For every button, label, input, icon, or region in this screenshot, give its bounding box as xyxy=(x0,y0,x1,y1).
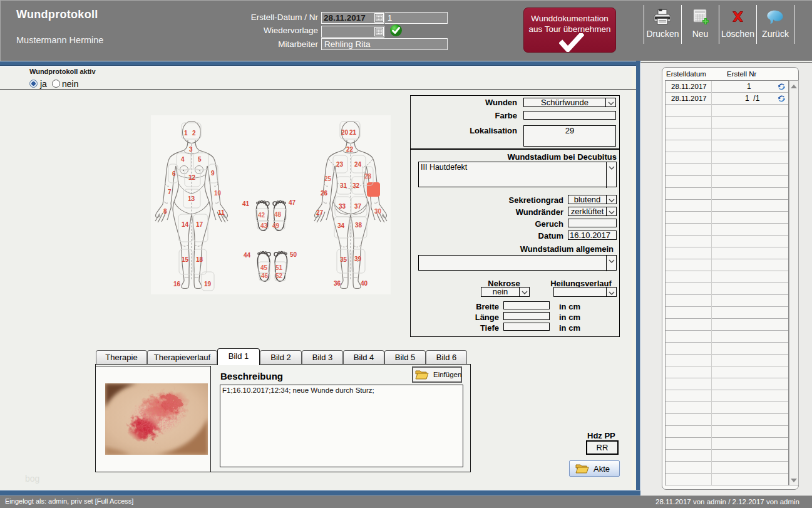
svg-text:46: 46 xyxy=(261,272,269,279)
svg-text:37: 37 xyxy=(354,203,362,210)
svg-text:10: 10 xyxy=(214,190,222,197)
svg-text:39: 39 xyxy=(354,256,362,262)
svg-text:24: 24 xyxy=(354,161,362,168)
svg-text:8: 8 xyxy=(163,208,167,215)
svg-text:33: 33 xyxy=(339,203,346,210)
svg-text:38: 38 xyxy=(355,222,362,229)
svg-text:44: 44 xyxy=(244,252,251,259)
svg-text:32: 32 xyxy=(352,182,360,189)
svg-text:22: 22 xyxy=(346,146,354,153)
svg-text:43: 43 xyxy=(260,222,268,229)
svg-text:6: 6 xyxy=(172,170,176,177)
svg-text:1: 1 xyxy=(184,130,188,137)
svg-text:18: 18 xyxy=(196,256,203,263)
svg-text:7: 7 xyxy=(168,189,172,195)
svg-text:28: 28 xyxy=(364,173,372,180)
svg-text:40: 40 xyxy=(361,280,368,287)
svg-text:34: 34 xyxy=(337,222,345,229)
svg-text:48: 48 xyxy=(274,211,282,218)
svg-text:35: 35 xyxy=(340,256,347,263)
svg-text:27: 27 xyxy=(316,209,324,216)
svg-text:51: 51 xyxy=(275,264,283,271)
svg-text:16: 16 xyxy=(173,281,181,288)
svg-text:21: 21 xyxy=(349,129,357,136)
svg-text:17: 17 xyxy=(196,221,203,228)
svg-text:25: 25 xyxy=(324,175,332,182)
svg-text:41: 41 xyxy=(242,200,250,207)
svg-text:11: 11 xyxy=(218,209,225,216)
svg-text:5: 5 xyxy=(198,156,202,163)
svg-text:52: 52 xyxy=(275,272,283,279)
svg-text:19: 19 xyxy=(204,281,212,288)
svg-text:20: 20 xyxy=(341,129,349,136)
svg-text:14: 14 xyxy=(182,221,189,228)
svg-text:15: 15 xyxy=(182,256,189,263)
svg-text:26: 26 xyxy=(321,190,328,197)
svg-text:23: 23 xyxy=(336,161,344,168)
svg-text:9: 9 xyxy=(211,170,215,177)
svg-text:31: 31 xyxy=(340,182,347,189)
svg-text:42: 42 xyxy=(258,212,265,219)
svg-text:36: 36 xyxy=(334,280,341,287)
svg-text:13: 13 xyxy=(188,195,195,202)
svg-text:4: 4 xyxy=(181,156,185,163)
svg-text:2: 2 xyxy=(192,130,196,137)
svg-text:12: 12 xyxy=(188,174,196,181)
svg-text:45: 45 xyxy=(260,264,268,271)
svg-text:49: 49 xyxy=(272,222,280,229)
svg-text:30: 30 xyxy=(374,208,382,215)
svg-text:50: 50 xyxy=(290,251,297,258)
svg-text:47: 47 xyxy=(289,199,296,206)
svg-text:3: 3 xyxy=(189,146,193,153)
